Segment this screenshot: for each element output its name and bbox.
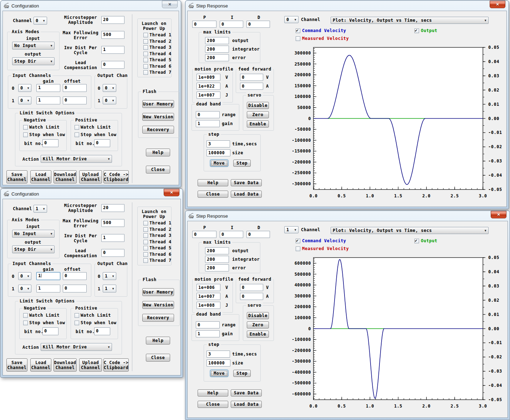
- negative-stop-when-low-checkbox[interactable]: [23, 321, 28, 325]
- inv-dist-input[interactable]: 1: [101, 234, 124, 242]
- channel-select[interactable]: 1▼: [284, 226, 299, 233]
- positive-bit-no-input[interactable]: 0: [94, 327, 110, 335]
- negative-bit-no-input[interactable]: 0: [42, 327, 58, 335]
- load-data-button[interactable]: Load Data: [231, 401, 262, 408]
- close-button-bottom[interactable]: Close: [198, 191, 228, 198]
- feed-forward-v-input[interactable]: 0: [240, 74, 263, 81]
- positive-stop-when-low-checkbox[interactable]: [75, 133, 79, 137]
- user-memory-button[interactable]: User Memory: [142, 288, 174, 296]
- thread-4-checkbox[interactable]: [143, 240, 148, 244]
- input-chan-0-offset[interactable]: 0: [63, 272, 87, 280]
- output-checkbox[interactable]: [414, 28, 419, 33]
- thread-2-checkbox[interactable]: [143, 227, 148, 232]
- close-button[interactable]: ✕: [162, 1, 178, 8]
- step-button[interactable]: Step: [233, 370, 251, 377]
- input-chan-0-select[interactable]: 0▼: [18, 272, 31, 280]
- thread-1-checkbox[interactable]: [143, 221, 148, 225]
- d-input[interactable]: 0: [246, 21, 270, 28]
- close-button-bottom[interactable]: Close: [146, 166, 170, 173]
- input-chan-1-offset[interactable]: 0: [63, 97, 87, 104]
- titlebar[interactable]: DM Step Response: [185, 211, 510, 221]
- max-output-input[interactable]: 200: [205, 37, 229, 44]
- motion-j-input[interactable]: 1e+007: [197, 92, 220, 99]
- thread-5-checkbox[interactable]: [143, 246, 148, 250]
- new-version-button[interactable]: New Version: [142, 301, 174, 309]
- command-velocity-checkbox[interactable]: [296, 28, 300, 33]
- dead-band-range-input[interactable]: 0: [196, 321, 220, 328]
- close-button[interactable]: ✕: [164, 189, 179, 196]
- upload-channel-button[interactable]: Upload Channel: [79, 170, 102, 183]
- output-mode-select[interactable]: Step Dir▼: [12, 245, 55, 253]
- negative-bit-no-input[interactable]: 0: [42, 139, 58, 147]
- recovery-button[interactable]: Recovery: [142, 314, 174, 322]
- close-button[interactable]: ✕: [490, 1, 505, 8]
- load-data-button[interactable]: Load Data: [231, 191, 262, 198]
- thread-1-checkbox[interactable]: [143, 33, 148, 37]
- output-chan-1-select[interactable]: 0▼: [103, 97, 116, 104]
- positive-bit-no-input[interactable]: 0: [94, 139, 110, 147]
- enable-button[interactable]: Enable: [247, 120, 269, 128]
- thread-7-checkbox[interactable]: [143, 258, 148, 263]
- dead-band-range-input[interactable]: 0: [196, 111, 220, 118]
- close-button[interactable]: ✕: [491, 211, 506, 218]
- thread-3-checkbox[interactable]: [143, 45, 148, 50]
- max-integrator-input[interactable]: 200: [205, 46, 229, 53]
- negative-stop-when-low-checkbox[interactable]: [23, 133, 28, 137]
- output-checkbox[interactable]: [414, 239, 419, 243]
- microstepper-input[interactable]: 20: [101, 204, 124, 212]
- inv-dist-input[interactable]: 1: [101, 46, 124, 54]
- positive-watch-limit-checkbox[interactable]: [75, 125, 79, 130]
- step-time-input[interactable]: 3: [206, 140, 230, 147]
- help-button[interactable]: Help: [198, 389, 228, 396]
- thread-4-checkbox[interactable]: [143, 52, 148, 56]
- input-chan-1-gain[interactable]: 1: [36, 285, 60, 292]
- save-channel-button[interactable]: Save Channel: [6, 170, 27, 183]
- input-mode-select[interactable]: No Input▼: [12, 230, 55, 238]
- motion-j-input[interactable]: 1e+008: [197, 302, 220, 309]
- input-chan-0-gain[interactable]: 1: [36, 84, 60, 92]
- thread-7-checkbox[interactable]: [143, 70, 148, 75]
- recovery-button[interactable]: Recovery: [142, 126, 174, 134]
- channel-select[interactable]: 0▼: [284, 16, 299, 23]
- max-following-input[interactable]: 500: [101, 31, 124, 39]
- move-button[interactable]: Move: [210, 160, 228, 167]
- negative-watch-limit-checkbox[interactable]: [23, 313, 28, 318]
- max-following-input[interactable]: 500: [101, 219, 124, 227]
- save-data-button[interactable]: Save Data: [231, 179, 262, 186]
- action-select[interactable]: Kill Motor Drive▼: [41, 155, 112, 163]
- positive-stop-when-low-checkbox[interactable]: [75, 321, 79, 325]
- channel-select[interactable]: 1▼: [34, 205, 47, 213]
- plot-type-select[interactable]: Plot: Velocity, Output vs Time, secs▼: [331, 17, 489, 24]
- i-input[interactable]: 0: [220, 21, 243, 28]
- dead-band-gain-input[interactable]: 1: [196, 330, 220, 337]
- action-select[interactable]: Kill Motor Drive▼: [41, 343, 112, 351]
- motion-v-input[interactable]: 1e+009: [197, 74, 220, 81]
- max-error-input[interactable]: 200: [205, 264, 229, 271]
- thread-5-checkbox[interactable]: [143, 58, 148, 62]
- lead-compensation-input[interactable]: 0: [101, 61, 124, 69]
- step-size-input[interactable]: 100000: [206, 149, 230, 156]
- thread-6-checkbox[interactable]: [143, 252, 148, 257]
- command-velocity-checkbox[interactable]: [296, 239, 300, 243]
- feed-forward-a-input[interactable]: 0: [240, 293, 263, 300]
- motion-a-input[interactable]: 1e+007: [197, 293, 220, 300]
- channel-select[interactable]: 0▼: [34, 17, 47, 25]
- titlebar[interactable]: DM Configuration: [1, 189, 183, 199]
- input-chan-1-select[interactable]: 0▼: [18, 285, 31, 292]
- input-chan-0-select[interactable]: 0▼: [18, 84, 31, 92]
- load-channel-button[interactable]: Load Channel: [30, 170, 51, 183]
- microstepper-input[interactable]: 20: [101, 16, 124, 24]
- dead-band-gain-input[interactable]: 1: [196, 120, 220, 127]
- output-chan-0-select[interactable]: 0▼: [103, 84, 116, 92]
- input-mode-select[interactable]: No Input▼: [12, 42, 55, 50]
- p-input[interactable]: 0: [192, 231, 216, 238]
- feed-forward-v-input[interactable]: 0: [240, 284, 263, 291]
- measured-velocity-checkbox[interactable]: [296, 247, 300, 251]
- input-chan-1-offset[interactable]: 0: [63, 285, 87, 292]
- step-time-input[interactable]: 3: [206, 351, 230, 358]
- user-memory-button[interactable]: User Memory: [142, 100, 174, 108]
- input-chan-1-select[interactable]: 0▼: [18, 97, 31, 104]
- zero-button[interactable]: Zero: [247, 321, 269, 328]
- p-input[interactable]: 0: [192, 21, 216, 28]
- input-chan-1-gain[interactable]: 1: [36, 97, 60, 104]
